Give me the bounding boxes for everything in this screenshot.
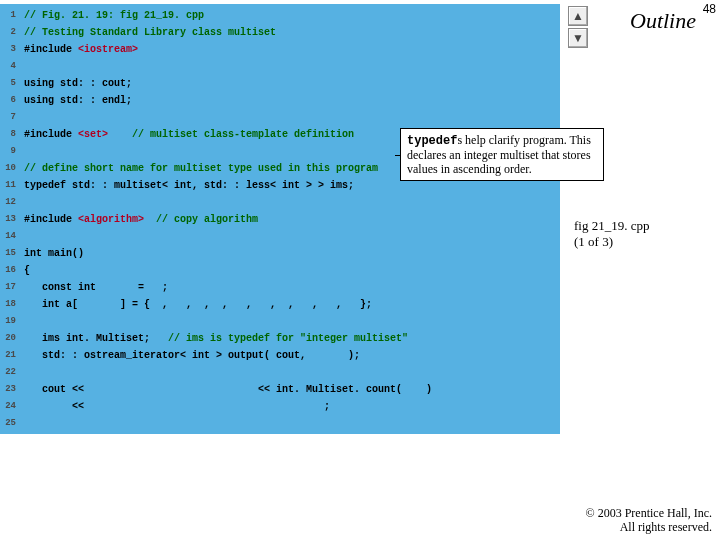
- line-number: 8: [0, 126, 20, 143]
- line-number: 19: [0, 313, 20, 330]
- code-line: // Testing Standard Library class multis…: [24, 24, 556, 41]
- callout-box: typedefs help clarify program. This decl…: [400, 128, 604, 181]
- code-line: << ;: [24, 398, 556, 415]
- code-line: int main(): [24, 245, 556, 262]
- line-gutter: 1 2 3 4 5 6 7 8 9 10 11 12 13 14 15 16 1…: [0, 4, 20, 434]
- code-line: int a[ ] = { , , , , , , , , , };: [24, 296, 556, 313]
- code-line: const int = ;: [24, 279, 556, 296]
- line-number: 9: [0, 143, 20, 160]
- line-number: 6: [0, 92, 20, 109]
- code-lines: // Fig. 21. 19: fig 21_19. cpp // Testin…: [24, 7, 556, 432]
- line-number: 14: [0, 228, 20, 245]
- line-number: 25: [0, 415, 20, 432]
- code-line: using std: : endl;: [24, 92, 556, 109]
- figure-label: fig 21_19. cpp (1 of 3): [574, 218, 649, 250]
- code-line: {: [24, 262, 556, 279]
- code-line: [24, 194, 556, 211]
- code-line: [24, 364, 556, 381]
- code-line: #include <iostream>: [24, 41, 556, 58]
- line-number: 7: [0, 109, 20, 126]
- line-number: 13: [0, 211, 20, 228]
- figure-label-part: (1 of 3): [574, 234, 649, 250]
- line-number: 18: [0, 296, 20, 313]
- chevron-down-icon: ▼: [572, 31, 584, 45]
- code-line: #include <algorithm> // copy algorithm: [24, 211, 556, 228]
- down-arrow-button[interactable]: ▼: [568, 28, 588, 48]
- line-number: 23: [0, 381, 20, 398]
- code-line: using std: : cout;: [24, 75, 556, 92]
- outline-title: Outline: [630, 8, 696, 34]
- line-number: 20: [0, 330, 20, 347]
- code-line: std: : ostream_iterator< int > output( c…: [24, 347, 556, 364]
- line-number: 5: [0, 75, 20, 92]
- code-line: [24, 313, 556, 330]
- line-number: 17: [0, 279, 20, 296]
- code-line: [24, 58, 556, 75]
- line-number: 4: [0, 58, 20, 75]
- line-number: 1: [0, 7, 20, 24]
- code-line: [24, 228, 556, 245]
- copyright-notice: © 2003 Prentice Hall, Inc. All rights re…: [586, 506, 712, 534]
- code-panel: 1 2 3 4 5 6 7 8 9 10 11 12 13 14 15 16 1…: [0, 4, 560, 434]
- code-line: [24, 109, 556, 126]
- code-line: ims int. Multiset; // ims is typedef for…: [24, 330, 556, 347]
- line-number: 2: [0, 24, 20, 41]
- line-number: 3: [0, 41, 20, 58]
- line-number: 10: [0, 160, 20, 177]
- page-number: 48: [703, 2, 716, 16]
- line-number: 24: [0, 398, 20, 415]
- callout-keyword: typedef: [407, 134, 457, 148]
- slide-nav: ▲ ▼: [568, 6, 588, 50]
- line-number: 22: [0, 364, 20, 381]
- code-line: // Fig. 21. 19: fig 21_19. cpp: [24, 7, 556, 24]
- code-line: [24, 415, 556, 432]
- line-number: 16: [0, 262, 20, 279]
- line-number: 15: [0, 245, 20, 262]
- up-arrow-button[interactable]: ▲: [568, 6, 588, 26]
- chevron-up-icon: ▲: [572, 9, 584, 23]
- code-line: cout << << int. Multiset. count( ): [24, 381, 556, 398]
- line-number: 21: [0, 347, 20, 364]
- line-number: 11: [0, 177, 20, 194]
- figure-label-file: fig 21_19. cpp: [574, 218, 649, 234]
- line-number: 12: [0, 194, 20, 211]
